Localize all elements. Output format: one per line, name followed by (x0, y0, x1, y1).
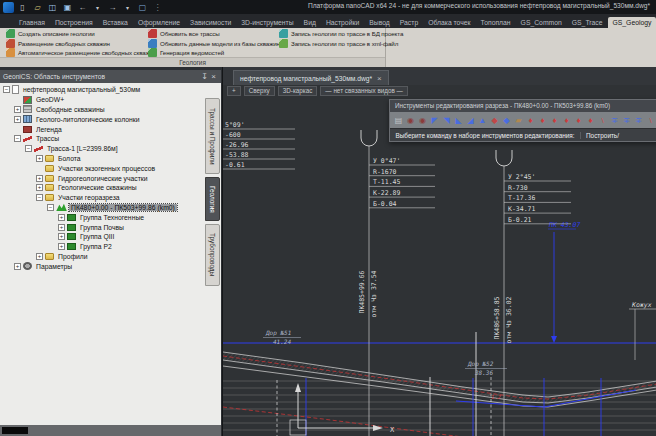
tree-expander-icon[interactable]: + (36, 175, 43, 182)
tree-item-label[interactable]: Болота (56, 155, 83, 162)
tree-expander-icon[interactable]: + (14, 263, 21, 270)
tree-item-label[interactable]: Участки экзогенных процессов (56, 165, 157, 172)
ribbon-button[interactable]: Обновить данные модели из базы скважин (146, 39, 282, 49)
tree-row[interactable]: +Группа QIII (0, 232, 204, 242)
tree-row[interactable]: +Группа Почвы (0, 222, 204, 232)
app-logo-icon[interactable] (3, 2, 14, 13)
tree-item-label[interactable]: Группа Техногенные (78, 214, 146, 221)
document-tab-close-icon[interactable]: × (377, 74, 382, 83)
tree-expander-icon[interactable]: + (14, 106, 21, 113)
ribbon-tab-gs-common[interactable]: GS_Common (516, 17, 567, 28)
screen-icon[interactable] (136, 1, 149, 13)
copy-boundary-icon[interactable]: ◢ (465, 114, 476, 127)
ribbon-tab-облака-точек[interactable]: Облака точек (423, 17, 475, 28)
tree-item-label[interactable]: нефтепровод магистральный_530мм (21, 86, 142, 93)
tree-expander-icon[interactable]: − (25, 145, 32, 152)
view-direction-button[interactable]: Сверху (244, 86, 275, 96)
erase-icon-2[interactable]: \ (645, 114, 656, 127)
tree-item-label[interactable]: Гидрогеологические участки (56, 175, 150, 182)
water-level-icon-4[interactable]: ♦ (561, 114, 572, 127)
soil-hatch-icon[interactable]: ▰ (513, 114, 524, 127)
tree-item-label[interactable]: ПК480+0.00 - ПК503+99.86 (km0) (69, 204, 177, 211)
viewport-plus-button[interactable]: + (227, 86, 241, 96)
ribbon-tab-зависимости[interactable]: Зависимости (185, 17, 236, 28)
linked-views-button[interactable]: — нет связанных видов — (320, 86, 407, 96)
ribbon-button[interactable]: Запись геологии по трассе в БД проекта (277, 29, 405, 39)
tree-item-label[interactable]: Свободные скважины (34, 106, 107, 113)
drawing-canvas[interactable]: ПК485+99.66 отм Чз 37.54 ПК486+58.85 отм… (223, 96, 656, 436)
tree-item-label[interactable]: GeoDW+ (34, 96, 66, 103)
water-level-icon-2[interactable]: ♦ (537, 114, 548, 127)
ribbon-tab-растр[interactable]: Растр (395, 17, 423, 28)
tree-row[interactable]: Участки экзогенных процессов (0, 163, 204, 173)
tree-item-label[interactable]: Участки георазреза (56, 194, 122, 201)
tree-row[interactable]: +Параметры (0, 261, 204, 271)
water-table-icon-3[interactable]: ∓ (633, 114, 644, 127)
ribbon-tab-3d-инструменты[interactable]: 3D-инструменты (236, 17, 298, 28)
pin-icon[interactable]: ↧ (200, 72, 209, 81)
ribbon-button[interactable]: Размещение свободных скважин (4, 39, 158, 49)
save-icon[interactable] (46, 1, 59, 13)
tree-item-label[interactable]: Геолого-литологические колонки (34, 116, 142, 123)
tree-item-label[interactable]: Легенда (34, 126, 64, 133)
tree-item-label[interactable]: Трассы (34, 135, 61, 142)
tree-row[interactable]: +Профили (0, 252, 204, 262)
tree-item-label[interactable]: Группа QIII (78, 233, 116, 240)
trim-boundary-icon[interactable]: ▲ (477, 114, 488, 127)
tree-expander-icon[interactable]: + (36, 253, 43, 260)
ribbon-button[interactable]: Запись геологии по трассе в xml-файл (277, 39, 405, 49)
visual-style-button[interactable]: 3D-каркас (278, 86, 318, 96)
ribbon-tab-главная[interactable]: Главная (14, 17, 50, 28)
drawing-viewport[interactable]: +Сверху3D-каркас— нет связанных видов — (223, 85, 656, 436)
move-boundary-icon[interactable]: ◤ (429, 114, 440, 127)
close-icon[interactable]: × (209, 72, 218, 81)
tree-row[interactable]: +Группа P2 (0, 242, 204, 252)
tree-row[interactable]: +Геологические скважины (0, 183, 204, 193)
water-table-icon-2[interactable]: ∓ (621, 114, 632, 127)
open-document-icon[interactable] (31, 1, 44, 13)
ribbon-button[interactable]: Создать описание геологии (4, 29, 158, 39)
tree-row[interactable]: +Геолого-литологические колонки (0, 114, 204, 124)
ribbon-tab-вид[interactable]: Вид (299, 17, 321, 28)
ribbon-tab-gs-trace[interactable]: GS_Trace (567, 17, 608, 28)
palette-title[interactable]: Инструменты редактирования разреза - ПК4… (390, 100, 656, 112)
water-level-icon-1[interactable]: ♦ (525, 114, 536, 127)
ribbon-button[interactable]: Обновить все трассы (146, 29, 282, 39)
water-level-icon-5[interactable]: ♦ (573, 114, 584, 127)
ribbon-tab-оформление[interactable]: Оформление (133, 17, 185, 28)
tree-row[interactable]: −Трассы (0, 134, 204, 144)
tree-expander-icon[interactable]: − (14, 135, 21, 142)
tree-row[interactable]: −ПК480+0.00 - ПК503+99.86 (km0) (0, 203, 204, 213)
undo-dropdown-icon[interactable] (91, 1, 104, 13)
tree-row[interactable]: −Участки георазреза (0, 193, 204, 203)
ribbon-tab-построения[interactable]: Построения (50, 17, 98, 28)
side-tab-трассы-и-профили[interactable]: Трассы и Профили (205, 98, 220, 174)
tree-expander-icon[interactable]: + (58, 224, 65, 231)
tree-row[interactable]: +Группа Техногенные (0, 212, 204, 222)
ribbon-tab-топоплан[interactable]: Топоплан (476, 17, 516, 28)
tree-item-label[interactable]: Профили (56, 253, 90, 260)
tree-row[interactable]: −нефтепровод магистральный_530мм (0, 85, 204, 95)
save-all-icon[interactable] (61, 1, 74, 13)
ribbon-tab-gs-geology[interactable]: GS_Geology (608, 17, 656, 28)
add-borehole-icon[interactable]: ◉ (405, 114, 416, 127)
document-tab[interactable]: нефтепровод магистральный_530мм.dwg* × (233, 70, 389, 85)
tree-item-label[interactable]: Параметры (34, 263, 74, 270)
water-level-icon-3[interactable]: ♦ (549, 114, 560, 127)
undo-icon[interactable] (76, 1, 89, 13)
erase-icon-1[interactable]: \ (597, 114, 608, 127)
tree-row[interactable]: −Трасса-1 [L=2399.86м] (0, 144, 204, 154)
water-table-icon-1[interactable]: ∓ (609, 114, 620, 127)
tree-item-label[interactable]: Трасса-1 [L=2399.86м] (45, 145, 120, 152)
tree-item-label[interactable]: Геологические скважины (56, 184, 139, 191)
tree-expander-icon[interactable]: + (36, 155, 43, 162)
side-tab-трубопроводы[interactable]: Трубопроводы (205, 224, 220, 286)
tree-expander-icon[interactable]: − (36, 194, 43, 201)
add-boundary-point-icon[interactable]: ◥ (441, 114, 452, 127)
toolbar-overflow-icon[interactable] (151, 1, 164, 13)
add-lens-icon[interactable]: ◆ (489, 114, 500, 127)
palette-action-link[interactable]: Построить/ (580, 132, 656, 139)
new-document-icon[interactable] (16, 1, 29, 13)
tree-row[interactable]: GeoDW+ (0, 95, 204, 105)
edit-borehole-icon[interactable]: ◉ (417, 114, 428, 127)
